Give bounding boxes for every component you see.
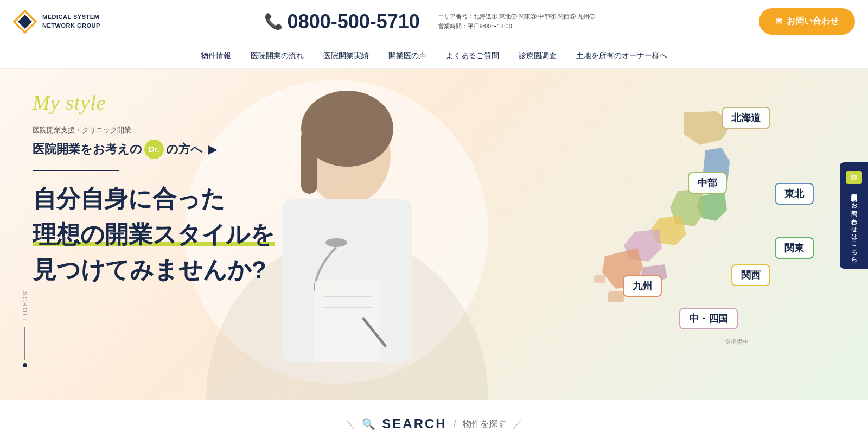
main-heading-before: 医院開業をお考えの [33, 141, 142, 157]
highlight-text: 理想の開業スタイルを [33, 221, 275, 248]
heading-divider [33, 170, 119, 171]
region-kanto-label[interactable]: 関東 [775, 237, 814, 259]
svg-rect-5 [301, 129, 317, 194]
arrow-right-icon: ▶ [208, 143, 216, 156]
search-title-left-deco: ＼ [346, 417, 355, 430]
nav-item-owner[interactable]: 土地を所有のオーナー様へ [576, 51, 667, 61]
svg-rect-13 [594, 275, 605, 283]
logo-area[interactable]: MEDICAL SYSTEM NETWORK GROUP [13, 10, 100, 34]
hero-section: My style 医院開業支援・クリニック開業 医院開業をお考えの Dr. の方… [0, 69, 868, 400]
nav-item-doctors-voice[interactable]: 開業医の声 [388, 51, 426, 61]
region-note: ※準備中 [725, 338, 749, 346]
phone-digits: 0800-500-5710 [288, 10, 420, 33]
svg-point-7 [326, 238, 347, 247]
main-heading-after: の方へ [166, 141, 203, 157]
region-chushikoku-label[interactable]: 中・四国 [679, 308, 738, 329]
scroll-dot [23, 363, 27, 367]
big-text-line2: 理想の開業スタイルを [33, 218, 275, 251]
side-cta-text: 開業相談無料！お問い合わせはこちら [850, 188, 858, 260]
main-heading: 医院開業をお考えの Dr. の方へ ▶ [33, 140, 275, 159]
envelope-icon: ✉ [775, 16, 782, 27]
header-info: エリア番号：北海道① 東北② 関東③ 中部④ 関西⑤ 九州⑥ 営業時間：平日9:… [429, 12, 595, 31]
nav-item-survey[interactable]: 診療圏調査 [519, 51, 557, 61]
region-hokkaido-label[interactable]: 北海道 [722, 107, 770, 129]
big-text-line3: 見つけてみませんか? [33, 253, 275, 287]
region-tohoku-label[interactable]: 東北 [775, 183, 814, 205]
nav-item-faq[interactable]: よくあるご質問 [446, 51, 499, 61]
phone-number[interactable]: 📞 0800-500-5710 [264, 10, 420, 33]
search-icon: 🔍 [362, 417, 375, 430]
dr-badge: Dr. [144, 140, 164, 159]
svg-rect-12 [608, 291, 624, 302]
side-cta[interactable]: ✉ 開業相談無料！お問い合わせはこちら [840, 162, 868, 269]
header-center: 📞 0800-500-5710 エリア番号：北海道① 東北② 関東③ 中部④ 関… [264, 10, 596, 33]
nav-item-results[interactable]: 医院開業実績 [323, 51, 369, 61]
region-kyushu-label[interactable]: 九州 [623, 275, 662, 297]
scroll-text: SCROLL [22, 291, 28, 323]
hero-left-content: My style 医院開業支援・クリニック開業 医院開業をお考えの Dr. の方… [33, 91, 275, 289]
region-chubu-label[interactable]: 中部 [688, 172, 727, 194]
search-title: ＼ 🔍 SEARCH / 物件を探す ／ [0, 416, 868, 431]
nav-item-properties[interactable]: 物件情報 [201, 51, 231, 61]
main-nav: 物件情報 医院開業の流れ 医院開業実績 開業医の声 よくあるご質問 診療圏調査 … [0, 43, 868, 69]
big-text-line1: 自分自身に合った [33, 182, 275, 216]
hours-info: 営業時間：平日9:00〜18:00 [438, 22, 595, 31]
search-title-sub: 物件を探す [463, 419, 506, 430]
phone-icon: 📞 [264, 12, 283, 30]
search-title-right-deco: ／ [513, 417, 522, 430]
search-title-divider: / [454, 419, 456, 430]
my-style-text: My style [33, 91, 275, 115]
nav-item-process[interactable]: 医院開業の流れ [251, 51, 304, 61]
contact-button[interactable]: ✉ お問い合わせ [759, 8, 855, 35]
search-title-text: SEARCH [382, 416, 446, 431]
area-info: エリア番号：北海道① 東北② 関東③ 中部④ 関西⑤ 九州⑥ [438, 12, 595, 22]
site-header: MEDICAL SYSTEM NETWORK GROUP 📞 0800-500-… [0, 0, 868, 43]
japan-map-area: 北海道 東北 関東 中部 関西 中・四国 九州 ※準備中 [564, 96, 814, 357]
scroll-indicator: SCROLL [22, 291, 28, 367]
logo-diamond-icon [13, 10, 37, 34]
logo-text: MEDICAL SYSTEM NETWORK GROUP [42, 13, 100, 30]
side-cta-icon: ✉ [846, 171, 862, 184]
contact-btn-label: お問い合わせ [787, 16, 839, 27]
japan-map-svg [564, 107, 770, 346]
svg-rect-8 [315, 281, 380, 362]
search-section: ＼ 🔍 SEARCH / 物件を探す ／ 📍 エリアを選択 ▼ 🏥 科目を選択 … [0, 400, 868, 431]
sub-heading: 医院開業支援・クリニック開業 [33, 125, 275, 135]
scroll-line [24, 327, 25, 360]
region-kansai-label[interactable]: 関西 [731, 264, 770, 286]
